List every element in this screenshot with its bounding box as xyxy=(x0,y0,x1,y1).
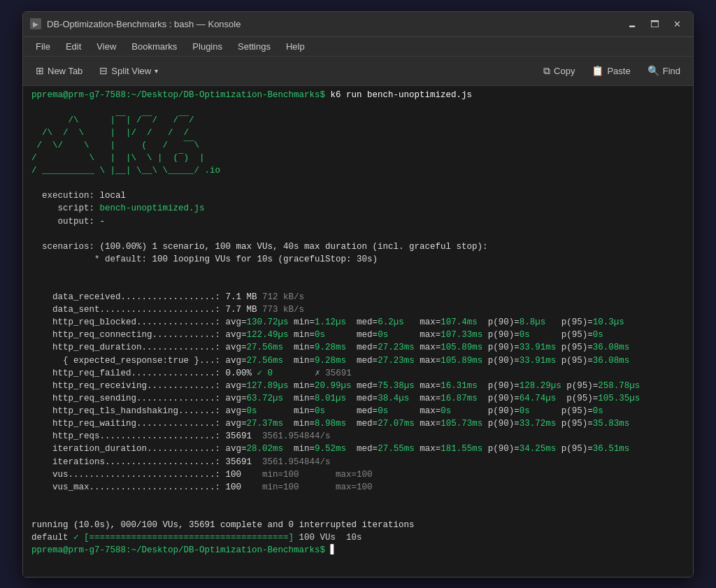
metric-data-sent: data_sent......................: 7.7 MB … xyxy=(23,303,693,316)
maximize-button[interactable]: 🗖 xyxy=(645,17,664,31)
split-view-icon: ⊟ xyxy=(99,65,108,76)
app-icon: ▶ xyxy=(30,18,41,29)
blank-6 xyxy=(23,494,693,506)
metric-iterations: iterations.....................: 35691 3… xyxy=(23,456,693,468)
menu-bookmarks[interactable]: Bookmarks xyxy=(124,39,184,54)
toolbar: ⊞ New Tab ⊟ Split View ▾ ⧉ Copy 📋 Paste … xyxy=(23,57,693,86)
window-controls: 🗕 🗖 ✕ xyxy=(623,17,686,31)
window-title: DB-Optimization-Benchmarks : bash — Kons… xyxy=(47,19,241,29)
metric-vus-max: vus_max........................: 100 min… xyxy=(23,481,693,494)
k6-logo-2: /\ / \ | |/ / / / xyxy=(23,127,693,139)
scenarios-line: scenarios: (100.00%) 1 scenario, 100 max… xyxy=(23,241,693,253)
k6-logo-5: / __________ \ |__| \__\ \_____/ .io xyxy=(23,164,693,177)
k6-logo-1: /\ |‾‾| /‾‾/ /‾‾/ xyxy=(23,114,693,127)
metric-expected-response: { expected_response:true }...: avg=27.56… xyxy=(23,354,693,367)
menu-edit[interactable]: Edit xyxy=(59,39,88,54)
menu-settings[interactable]: Settings xyxy=(231,39,278,54)
menu-file[interactable]: File xyxy=(29,39,57,54)
search-icon: 🔍 xyxy=(647,65,659,76)
konsole-window: ▶ DB-Optimization-Benchmarks : bash — Ko… xyxy=(22,11,694,578)
k6-logo-4: / \ | |\ \ | (‾) | xyxy=(23,152,693,164)
exec-info-3: output: - xyxy=(23,215,693,228)
toolbar-right: ⧉ Copy 📋 Paste 🔍 Find xyxy=(536,62,687,80)
copy-label: Copy xyxy=(554,66,575,76)
copy-icon: ⧉ xyxy=(543,65,550,77)
copy-button[interactable]: ⧉ Copy xyxy=(536,62,582,80)
metric-req-connecting: http_req_connecting............: avg=122… xyxy=(23,329,693,341)
metric-req-sending: http_req_sending...............: avg=63.… xyxy=(23,392,693,405)
blank-4 xyxy=(23,266,693,278)
blank-1 xyxy=(23,101,693,114)
final-prompt: pprema@prm-g7-7588:~/Desktop/DB-Optimiza… xyxy=(31,545,325,555)
command-line: pprema@prm-g7-7588:~/Desktop/DB-Optimiza… xyxy=(23,89,693,101)
terminal-wrapper: pprema@prm-g7-7588:~/Desktop/DB-Optimiza… xyxy=(23,86,693,577)
close-button[interactable]: ✕ xyxy=(668,17,686,31)
metric-req-waiting: http_req_waiting...............: avg=27.… xyxy=(23,417,693,430)
metric-req-tls: http_req_tls_handshaking.......: avg=0s … xyxy=(23,405,693,417)
running-line: running (10.0s), 000/100 VUs, 35691 comp… xyxy=(23,519,693,531)
exec-info-2: script: bench-unoptimized.js xyxy=(23,202,693,215)
menu-view[interactable]: View xyxy=(90,39,123,54)
terminal-area[interactable]: pprema@prm-g7-7588:~/Desktop/DB-Optimiza… xyxy=(23,86,693,577)
find-button[interactable]: 🔍 Find xyxy=(640,62,687,80)
blank-2 xyxy=(23,177,693,189)
k6-logo-3: / \/ \ | ( / ‾‾\ xyxy=(23,139,693,152)
new-tab-icon: ⊞ xyxy=(36,65,44,76)
final-prompt-line: pprema@prm-g7-7588:~/Desktop/DB-Optimiza… xyxy=(23,544,693,557)
paste-icon: 📋 xyxy=(592,65,603,76)
find-label: Find xyxy=(663,66,680,76)
menu-plugins[interactable]: Plugins xyxy=(185,39,229,54)
command: k6 run bench-unoptimized.js xyxy=(325,90,472,100)
paste-label: Paste xyxy=(607,66,630,76)
cursor: ▋ xyxy=(325,545,336,555)
metric-req-failed: http_req_failed................: 0.00% ✓… xyxy=(23,367,693,380)
split-view-chevron: ▾ xyxy=(155,67,158,75)
title-bar: ▶ DB-Optimization-Benchmarks : bash — Ko… xyxy=(23,12,693,37)
paste-button[interactable]: 📋 Paste xyxy=(585,62,637,80)
menu-help[interactable]: Help xyxy=(279,39,312,54)
metric-data-received: data_received..................: 7.1 MB … xyxy=(23,291,693,303)
new-tab-button[interactable]: ⊞ New Tab xyxy=(29,62,90,80)
metric-iteration-duration: iteration_duration.............: avg=28.… xyxy=(23,443,693,455)
metric-req-duration: http_req_duration..............: avg=27.… xyxy=(23,341,693,354)
split-view-button[interactable]: ⊟ Split View ▾ xyxy=(92,62,165,80)
blank-7 xyxy=(23,506,693,519)
metric-vus: vus............................: 100 min… xyxy=(23,468,693,481)
minimize-button[interactable]: 🗕 xyxy=(623,17,641,31)
new-tab-label: New Tab xyxy=(48,66,83,76)
menu-bar: File Edit View Bookmarks Plugins Setting… xyxy=(23,37,693,57)
split-view-label: Split View xyxy=(111,66,151,76)
prompt: pprema@prm-g7-7588:~/Desktop/DB-Optimiza… xyxy=(31,90,325,100)
blank-3 xyxy=(23,228,693,241)
metric-req-receiving: http_req_receiving.............: avg=127… xyxy=(23,380,693,392)
metric-req-blocked: http_req_blocked...............: avg=130… xyxy=(23,316,693,329)
exec-info-1: execution: local xyxy=(23,189,693,202)
title-bar-left: ▶ DB-Optimization-Benchmarks : bash — Ko… xyxy=(30,18,241,29)
default-progress: default ✓ [=============================… xyxy=(23,531,693,544)
blank-5 xyxy=(23,278,693,291)
metric-reqs: http_reqs......................: 35691 3… xyxy=(23,430,693,443)
default-scenario: * default: 100 looping VUs for 10s (grac… xyxy=(23,253,693,266)
